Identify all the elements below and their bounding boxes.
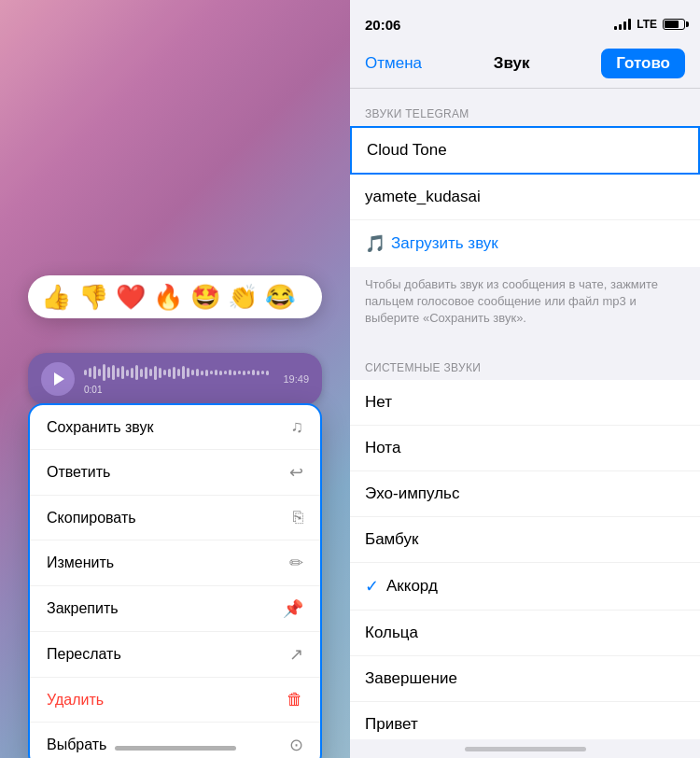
emoji-thumbs-up[interactable]: 👍 <box>41 285 71 309</box>
telegram-sounds-list: Cloud Tone yamete_kudasai 🎵 Загрузить зв… <box>350 126 700 267</box>
menu-item-copy-label: Скопировать <box>47 510 136 526</box>
signal-bar-2 <box>619 24 622 30</box>
menu-item-reply-label: Ответить <box>47 464 110 481</box>
list-item-echo[interactable]: Эхо-импульс <box>350 471 700 517</box>
battery-icon <box>663 19 685 30</box>
waveform-bar <box>159 368 161 378</box>
hint-text: Чтобы добавить звук из сообщения в чате,… <box>350 267 700 343</box>
waveform-bars <box>84 363 273 382</box>
signal-bar-3 <box>623 21 626 30</box>
menu-item-select[interactable]: Выбрать ⊙ <box>30 723 320 758</box>
waveform-bar <box>191 370 194 375</box>
telegram-sounds-header: ЗВУКИ TELEGRAM <box>350 89 700 126</box>
system-sounds-header: СИСТЕМНЫЕ ЗВУКИ <box>350 343 700 380</box>
accord-label: Аккорд <box>386 577 685 596</box>
list-item-upload-sound[interactable]: 🎵 Загрузить звук <box>350 220 700 267</box>
menu-item-save-sound-label: Сохранить звук <box>47 419 153 436</box>
waveform-bar <box>149 369 152 376</box>
menu-item-delete[interactable]: Удалить 🗑 <box>30 678 320 723</box>
waveform-bar <box>210 371 213 374</box>
system-sounds-list: Нет Нота Эхо-импульс Бамбук ✓ Аккорд Кол… <box>350 380 700 739</box>
delete-icon: 🗑 <box>287 690 303 709</box>
forward-icon: ↗ <box>289 644 303 665</box>
waveform-bar <box>126 370 129 376</box>
waveform-bar <box>219 371 222 375</box>
waveform-bar <box>163 370 166 375</box>
waveform-bar <box>247 371 250 374</box>
right-panel: 20:06 LTE Отмена Звук Готово ЗВУКИ TELEG… <box>350 0 700 758</box>
menu-item-copy[interactable]: Скопировать ⎘ <box>30 496 320 540</box>
emoji-thumbs-down[interactable]: 👎 <box>78 285 108 309</box>
nav-title: Звук <box>494 54 530 73</box>
checkmark-icon: ✓ <box>365 576 379 597</box>
emoji-fire[interactable]: 🔥 <box>153 285 183 309</box>
voice-timestamp: 19:49 <box>283 373 309 385</box>
hello-label: Привет <box>365 715 685 734</box>
list-item-rings[interactable]: Кольца <box>350 611 700 656</box>
copy-icon: ⎘ <box>293 508 303 527</box>
done-button[interactable]: Готово <box>601 49 685 78</box>
list-item-cloud-tone[interactable]: Cloud Tone <box>350 126 700 175</box>
waveform-bar <box>131 368 133 378</box>
menu-item-edit-label: Изменить <box>47 554 114 571</box>
menu-item-forward[interactable]: Переслать ↗ <box>30 632 320 678</box>
menu-item-reply[interactable]: Ответить ↩ <box>30 450 320 496</box>
list-item-hello[interactable]: Привет <box>350 702 700 739</box>
menu-item-pin-label: Закрепить <box>47 600 119 617</box>
waveform-bar <box>154 366 157 380</box>
menu-item-select-label: Выбрать <box>47 737 106 753</box>
context-menu: Сохранить звук ♫ Ответить ↩ Скопировать … <box>28 403 322 758</box>
list-item-completion[interactable]: Завершение <box>350 656 700 702</box>
list-item-nota[interactable]: Нота <box>350 426 700 471</box>
waveform-bar <box>196 369 199 376</box>
waveform: 0:01 <box>84 363 273 395</box>
yamete-label: yamete_kudasai <box>365 188 685 206</box>
sound-list-content: ЗВУКИ TELEGRAM Cloud Tone yamete_kudasai… <box>350 89 700 739</box>
waveform-bar <box>229 370 231 375</box>
menu-item-edit[interactable]: Изменить ✏ <box>30 540 320 586</box>
menu-item-forward-label: Переслать <box>47 646 121 663</box>
menu-item-pin[interactable]: Закрепить 📌 <box>30 586 320 632</box>
list-item-bamboo[interactable]: Бамбук <box>350 517 700 563</box>
waveform-bar <box>201 371 203 375</box>
waveform-bar <box>238 371 241 374</box>
waveform-bar <box>145 367 147 379</box>
home-indicator <box>115 746 236 751</box>
status-bar: 20:06 LTE <box>350 0 700 41</box>
play-button[interactable] <box>41 362 75 396</box>
echo-label: Эхо-импульс <box>365 484 685 503</box>
edit-icon: ✏ <box>289 553 303 573</box>
waveform-bar <box>140 369 143 377</box>
cancel-button[interactable]: Отмена <box>365 54 422 73</box>
voice-duration: 0:01 <box>84 385 273 395</box>
list-item-none[interactable]: Нет <box>350 380 700 426</box>
nota-label: Нота <box>365 439 685 457</box>
waveform-bar <box>121 366 124 379</box>
waveform-bar <box>257 371 259 375</box>
waveform-bar <box>89 368 91 377</box>
home-bar <box>465 747 586 751</box>
signal-bars <box>614 19 631 30</box>
voice-message-bubble[interactable]: 0:01 19:49 <box>28 353 322 405</box>
rings-label: Кольца <box>365 624 685 642</box>
emoji-clap[interactable]: 👏 <box>228 285 258 309</box>
menu-item-save-sound[interactable]: Сохранить звук ♫ <box>30 405 320 450</box>
play-icon <box>54 372 64 386</box>
waveform-bar <box>224 371 227 374</box>
bamboo-label: Бамбук <box>365 530 685 549</box>
emoji-heart[interactable]: ❤️ <box>116 285 146 309</box>
waveform-bar <box>107 367 110 378</box>
list-item-yamete[interactable]: yamete_kudasai <box>350 175 700 220</box>
waveform-bar <box>266 371 269 375</box>
waveform-bar <box>84 370 87 375</box>
reply-icon: ↩ <box>289 462 303 483</box>
save-sound-icon: ♫ <box>291 417 304 437</box>
emoji-reaction-bar[interactable]: 👍 👎 ❤️ 🔥 🤩 👏 😂 <box>28 275 322 318</box>
waveform-bar <box>173 367 175 379</box>
music-upload-icon: 🎵 <box>365 233 385 254</box>
list-item-accord[interactable]: ✓ Аккорд <box>350 563 700 611</box>
network-type: LTE <box>637 18 657 31</box>
emoji-starstruck[interactable]: 🤩 <box>190 285 220 309</box>
emoji-laugh[interactable]: 😂 <box>265 285 295 309</box>
pin-icon: 📌 <box>283 598 303 619</box>
